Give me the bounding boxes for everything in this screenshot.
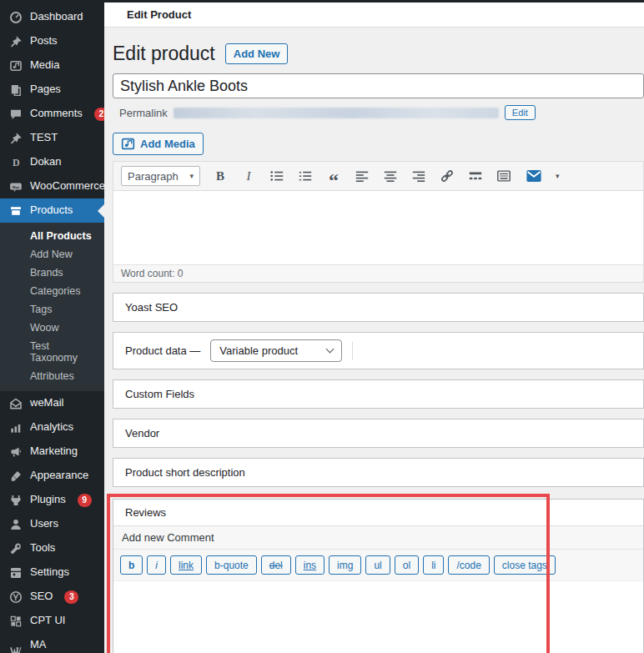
sidebar-item-marketing[interactable]: Marketing xyxy=(0,440,104,464)
sidebar-item-posts[interactable]: Posts xyxy=(0,29,104,53)
vendor-panel-title: Vendor xyxy=(125,427,159,440)
product-title-input[interactable] xyxy=(113,73,644,98)
reviews-panel-header[interactable]: Reviews xyxy=(113,500,643,526)
sidebar-item-pages[interactable]: Pages xyxy=(0,78,104,102)
vendor-panel[interactable]: Vendor xyxy=(113,419,644,448)
settings-icon xyxy=(8,565,23,580)
link-icon[interactable] xyxy=(439,168,455,184)
quicktag-ins-button[interactable]: ins xyxy=(295,555,325,575)
align-right-icon[interactable] xyxy=(410,168,427,184)
product-type-value: Variable product xyxy=(219,344,298,357)
custom-fields-panel-title: Custom Fields xyxy=(125,388,194,400)
plugins-count-badge: 9 xyxy=(78,494,92,507)
sidebar-item-analytics[interactable]: Analytics xyxy=(0,415,104,440)
add-media-button[interactable]: Add Media xyxy=(113,133,204,155)
submenu-test-taxonomy[interactable]: Test Taxonomy xyxy=(0,337,104,367)
add-new-comment-label: Add new Comment xyxy=(113,526,643,550)
sidebar-item-cpt-ui[interactable]: CPT UI xyxy=(0,609,104,633)
format-select[interactable]: Paragraph ▾ xyxy=(121,166,200,186)
analytics-bars-icon xyxy=(8,420,23,434)
sidebar-item-label: CPT UI xyxy=(30,614,65,627)
blockquote-icon[interactable]: “ xyxy=(325,168,342,184)
dokan-icon: D xyxy=(8,155,23,169)
dashboard-icon xyxy=(8,10,23,24)
more-tag-icon[interactable] xyxy=(467,168,484,184)
submenu-attributes[interactable]: Attributes xyxy=(0,367,104,385)
sidebar-item-products[interactable]: Products xyxy=(0,198,104,223)
submenu-categories[interactable]: Categories xyxy=(0,282,104,300)
wemail-insert-icon[interactable] xyxy=(524,168,544,185)
sidebar-item-label: Tools xyxy=(30,541,55,555)
pushpin-icon xyxy=(8,34,23,48)
permalink-url-redacted xyxy=(174,108,499,118)
submenu-add-new[interactable]: Add New xyxy=(0,245,104,264)
user-icon xyxy=(8,517,23,531)
sidebar-item-dokan[interactable]: D Dokan xyxy=(0,150,104,174)
quicktag-ul-button[interactable]: ul xyxy=(365,555,390,575)
products-icon xyxy=(8,203,23,218)
seo-count-badge: 3 xyxy=(64,590,78,604)
page-title: Edit product xyxy=(113,43,215,65)
sidebar-item-comments[interactable]: Comments 2 xyxy=(0,102,104,126)
yoast-seo-icon xyxy=(8,590,23,604)
sidebar-item-tools[interactable]: Tools xyxy=(0,536,104,560)
submenu-tags[interactable]: Tags xyxy=(0,300,104,319)
product-data-label: Product data — xyxy=(125,344,200,357)
svg-text:D: D xyxy=(13,157,20,168)
reviews-panel: Reviews Add new Comment b i link b-quote… xyxy=(113,499,644,653)
sidebar-item-label: Appearance xyxy=(30,469,88,482)
plugin-icon xyxy=(8,493,23,507)
sidebar-item-seo[interactable]: SEO 3 xyxy=(0,585,104,609)
quicktag-italic-button[interactable]: i xyxy=(147,555,166,575)
sidebar-item-wemail[interactable]: weMail xyxy=(0,391,104,415)
quicktag-del-button[interactable]: del xyxy=(261,555,291,575)
yoast-seo-panel-title: Yoast SEO xyxy=(125,301,178,314)
sidebar-item-label: Media xyxy=(30,58,59,72)
toolbar-toggle-icon[interactable] xyxy=(496,168,512,184)
custom-fields-panel[interactable]: Custom Fields xyxy=(113,379,644,409)
sidebar-item-ma-connector[interactable]: MA Connector xyxy=(0,633,104,653)
quicktag-code-button[interactable]: /code xyxy=(448,555,489,575)
dropdown-caret-icon[interactable]: ▾ xyxy=(556,172,560,180)
sidebar-item-woocommerce[interactable]: Woo WooCommerce xyxy=(0,174,104,198)
sidebar-item-label: SEO xyxy=(30,590,53,603)
wrench-icon xyxy=(8,541,23,555)
sidebar-item-plugins[interactable]: Plugins 9 xyxy=(0,488,104,512)
edit-product-page: Edit product Add New Permalink Edit Add … xyxy=(104,28,644,653)
sidebar-item-test[interactable]: TEST xyxy=(0,126,104,150)
product-type-select[interactable]: Variable product xyxy=(210,339,342,362)
quicktag-img-button[interactable]: img xyxy=(329,555,361,575)
bullet-list-icon[interactable] xyxy=(269,168,285,184)
quicktag-ol-button[interactable]: ol xyxy=(395,555,419,575)
submenu-woow[interactable]: Woow xyxy=(0,319,104,337)
product-data-panel: Product data — Variable product xyxy=(113,332,644,369)
italic-icon[interactable]: I xyxy=(240,168,257,184)
sidebar-item-media[interactable]: Media xyxy=(0,53,104,78)
submenu-all-products[interactable]: All Products xyxy=(0,227,104,245)
add-new-button[interactable]: Add New xyxy=(225,43,289,64)
quicktag-li-button[interactable]: li xyxy=(423,555,444,575)
comment-textarea[interactable] xyxy=(113,580,643,653)
editor-content-area[interactable] xyxy=(113,191,643,264)
align-center-icon[interactable] xyxy=(382,168,399,184)
bold-icon[interactable]: B xyxy=(212,168,229,184)
short-description-panel[interactable]: Product short description xyxy=(113,458,644,487)
quicktag-bold-button[interactable]: b xyxy=(120,555,143,575)
submenu-brands[interactable]: Brands xyxy=(0,264,104,282)
permalink-edit-button[interactable]: Edit xyxy=(505,105,536,120)
sidebar-item-settings[interactable]: Settings xyxy=(0,560,104,585)
quicktag-link-button[interactable]: link xyxy=(170,555,202,575)
quicktag-close-tags-button[interactable]: close tags xyxy=(494,555,556,575)
woocommerce-icon: Woo xyxy=(8,179,23,193)
numbered-list-icon[interactable] xyxy=(297,168,314,184)
sidebar-item-users[interactable]: Users xyxy=(0,512,104,536)
top-bar-title: Edit Product xyxy=(127,8,191,21)
quicktag-bquote-button[interactable]: b-quote xyxy=(206,555,257,575)
sidebar-item-appearance[interactable]: Appearance xyxy=(0,464,104,488)
wordpress-admin: Dashboard Posts Media Pages Comments 2 T… xyxy=(0,0,644,653)
pushpin-icon xyxy=(8,131,23,145)
sidebar-item-dashboard[interactable]: Dashboard xyxy=(0,5,104,29)
reviews-panel-title: Reviews xyxy=(125,506,166,519)
align-left-icon[interactable] xyxy=(354,168,370,184)
yoast-seo-panel[interactable]: Yoast SEO xyxy=(113,293,644,322)
